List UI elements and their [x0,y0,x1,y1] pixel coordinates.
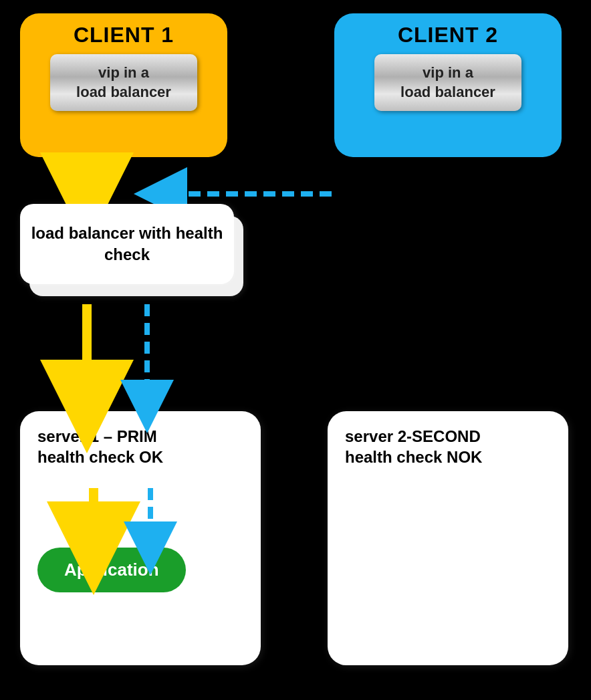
client2-box: CLIENT 2 vip in aload balancer [334,13,562,157]
lb-card-front: load balancer with health check [20,204,234,284]
lb-stack: load balancer with health check [20,204,241,284]
client2-vip-badge: vip in aload balancer [374,54,521,111]
diagram: CLIENT 1 vip in aload balancer CLIENT 2 … [0,0,591,700]
application-oval: Application [37,548,186,592]
lb-label: load balancer with health check [20,223,234,266]
client1-label: CLIENT 1 [74,23,174,47]
server1-box: server 1 – PRIMhealth check OK Applicati… [20,411,261,665]
client1-box: CLIENT 1 vip in aload balancer [20,13,227,157]
server2-label: server 2-SECONDhealth check NOK [345,426,482,467]
server2-box: server 2-SECONDhealth check NOK [328,411,568,665]
client1-vip-badge: vip in aload balancer [50,54,197,111]
client2-label: CLIENT 2 [398,23,498,47]
server1-label: server 1 – PRIMhealth check OK [37,426,163,467]
